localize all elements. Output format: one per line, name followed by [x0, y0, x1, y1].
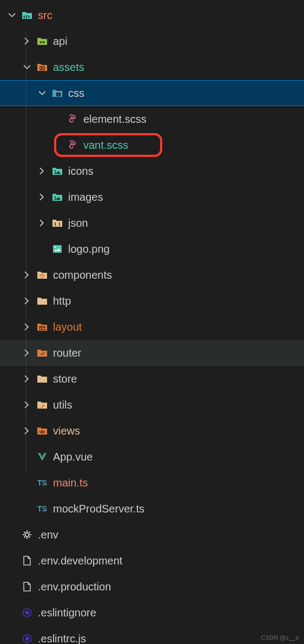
chevron-placeholder: [4, 556, 19, 566]
tree-item-vant-scss[interactable]: vant.scss: [0, 132, 304, 158]
tree-item-label: router: [50, 347, 81, 359]
tree-item-label: App.vue: [50, 451, 92, 463]
chevron-down-icon: [4, 10, 19, 20]
tree-item-store[interactable]: store: [0, 366, 304, 392]
image-file-icon: [50, 243, 65, 255]
folder-json-icon: [50, 217, 65, 229]
tree-item-label: images: [65, 191, 103, 203]
tree-item-api[interactable]: api: [0, 28, 304, 54]
gear-icon: [19, 529, 35, 541]
scss-file-icon: [65, 139, 80, 151]
chevron-right-icon: [35, 192, 50, 202]
folder-layout-icon: [35, 321, 50, 333]
file-explorer-tree: src api assets css element.scss vant.scs…: [0, 0, 304, 644]
chevron-placeholder: [50, 140, 65, 150]
tree-item-label: main.ts: [50, 477, 88, 489]
folder-assets-icon: [35, 61, 50, 73]
chevron-placeholder: [4, 530, 19, 540]
chevron-right-icon: [19, 296, 35, 306]
tree-item-env[interactable]: .env: [0, 522, 304, 548]
folder-router-icon: [35, 347, 50, 359]
ts-file-icon: [35, 477, 50, 489]
tree-item-label: element.scss: [80, 113, 147, 126]
folder-icon: [35, 373, 50, 385]
tree-item-label: css: [65, 87, 84, 100]
file-icon: [19, 555, 35, 567]
tree-item-layout[interactable]: layout: [0, 314, 304, 340]
chevron-placeholder: [19, 504, 35, 514]
tree-item-label: layout: [50, 321, 82, 333]
tree-item-label: vant.scss: [80, 139, 128, 152]
tree-item-label: icons: [65, 165, 94, 178]
watermark: CSDN @z__a: [261, 634, 299, 641]
tree-item-views[interactable]: views: [0, 418, 304, 444]
tree-item-eslintignore[interactable]: .eslintignore: [0, 600, 304, 626]
tree-item-images[interactable]: images: [0, 184, 304, 210]
tree-item-label: http: [50, 295, 71, 307]
chevron-placeholder: [4, 608, 19, 617]
tree-item-label: .eslintrc.js: [35, 633, 86, 645]
file-icon: [19, 581, 35, 593]
chevron-placeholder: [19, 452, 35, 462]
tree-item-label: views: [50, 425, 80, 437]
tree-item-main-ts[interactable]: main.ts: [0, 470, 304, 496]
folder-css-icon: [50, 87, 65, 99]
tree-item-label: .env: [35, 529, 58, 541]
tree-item-eslintrc[interactable]: .eslintrc.js: [0, 626, 304, 644]
tree-item-label: mockProdServer.ts: [50, 503, 144, 515]
ts-file-icon: [35, 503, 50, 515]
eslint-file-icon: [19, 607, 35, 619]
chevron-right-icon: [19, 322, 35, 332]
tree-item-label: .env.development: [35, 555, 122, 567]
scss-file-icon: [65, 113, 80, 125]
tree-item-env-production[interactable]: .env.production: [0, 574, 304, 600]
tree-item-src[interactable]: src: [0, 2, 304, 28]
tree-item-utils[interactable]: utils: [0, 392, 304, 418]
tree-item-css[interactable]: css: [0, 80, 304, 106]
chevron-right-icon: [35, 218, 50, 228]
tree-item-label: api: [50, 35, 68, 48]
chevron-right-icon: [19, 374, 35, 384]
eslint-file-icon: [19, 633, 35, 644]
tree-item-router[interactable]: router: [0, 340, 304, 366]
tree-item-env-development[interactable]: .env.development: [0, 548, 304, 574]
tree-item-label: store: [50, 373, 77, 385]
tree-item-logo-png[interactable]: logo.png: [0, 236, 304, 262]
tree-item-label: assets: [50, 61, 84, 74]
folder-images-icon: [50, 165, 65, 177]
chevron-right-icon: [19, 348, 35, 358]
chevron-right-icon: [19, 400, 35, 410]
chevron-right-icon: [19, 36, 35, 46]
vue-file-icon: [35, 451, 50, 463]
chevron-down-icon: [19, 62, 35, 72]
indent-guide: [26, 32, 27, 471]
tree-item-label: logo.png: [65, 243, 110, 255]
chevron-placeholder: [19, 478, 35, 488]
folder-icon: [35, 295, 50, 307]
tree-item-json[interactable]: json: [0, 210, 304, 236]
folder-utils-icon: [35, 399, 50, 411]
tree-item-components[interactable]: components: [0, 262, 304, 288]
chevron-placeholder: [35, 244, 50, 254]
tree-item-label: src: [35, 9, 52, 22]
tree-item-http[interactable]: http: [0, 288, 304, 314]
tree-item-mockprodserver-ts[interactable]: mockProdServer.ts: [0, 496, 304, 522]
chevron-down-icon: [35, 88, 50, 98]
tree-item-assets[interactable]: assets: [0, 54, 304, 80]
folder-views-icon: [35, 425, 50, 437]
chevron-placeholder: [4, 582, 19, 592]
tree-item-label: utils: [50, 399, 72, 411]
tree-item-label: components: [50, 269, 112, 281]
folder-src-icon: [19, 9, 35, 21]
chevron-right-icon: [35, 166, 50, 176]
folder-components-icon: [35, 269, 50, 281]
tree-item-app-vue[interactable]: App.vue: [0, 444, 304, 470]
tree-item-icons[interactable]: icons: [0, 158, 304, 184]
chevron-right-icon: [19, 426, 35, 436]
chevron-placeholder: [50, 114, 65, 124]
folder-images-icon: [50, 191, 65, 203]
chevron-right-icon: [19, 270, 35, 280]
chevron-placeholder: [4, 634, 19, 643]
tree-item-element-scss[interactable]: element.scss: [0, 106, 304, 132]
folder-api-icon: [35, 35, 50, 47]
